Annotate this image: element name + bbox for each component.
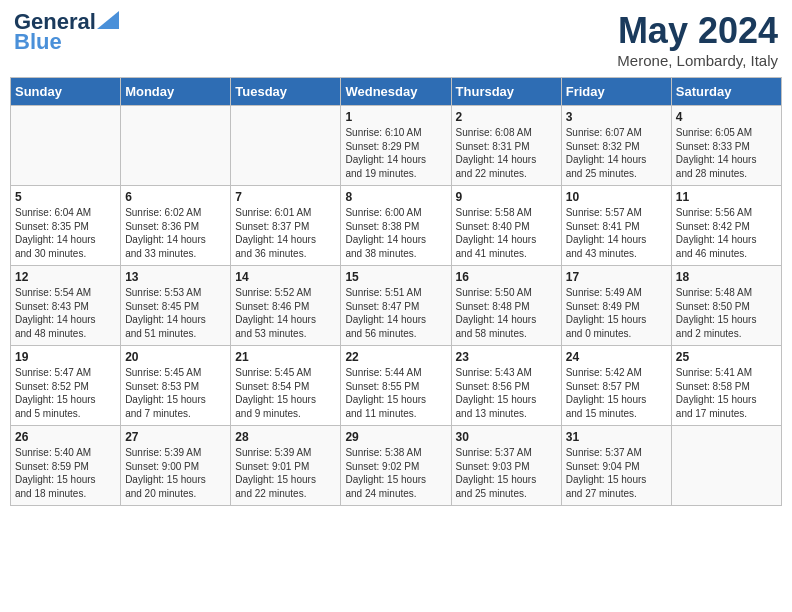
logo: General Blue — [14, 10, 119, 54]
day-number: 3 — [566, 110, 667, 124]
calendar-cell: 7Sunrise: 6:01 AM Sunset: 8:37 PM Daylig… — [231, 186, 341, 266]
day-number: 16 — [456, 270, 557, 284]
day-number: 26 — [15, 430, 116, 444]
day-info: Sunrise: 5:45 AM Sunset: 8:53 PM Dayligh… — [125, 366, 226, 420]
day-number: 19 — [15, 350, 116, 364]
day-info: Sunrise: 5:44 AM Sunset: 8:55 PM Dayligh… — [345, 366, 446, 420]
day-header-thursday: Thursday — [451, 78, 561, 106]
calendar-cell — [231, 106, 341, 186]
location-subtitle: Merone, Lombardy, Italy — [617, 52, 778, 69]
calendar-cell: 27Sunrise: 5:39 AM Sunset: 9:00 PM Dayli… — [121, 426, 231, 506]
day-number: 29 — [345, 430, 446, 444]
calendar-cell: 26Sunrise: 5:40 AM Sunset: 8:59 PM Dayli… — [11, 426, 121, 506]
calendar-cell: 3Sunrise: 6:07 AM Sunset: 8:32 PM Daylig… — [561, 106, 671, 186]
logo-arrow-icon — [97, 11, 119, 29]
day-number: 6 — [125, 190, 226, 204]
calendar-header-row: SundayMondayTuesdayWednesdayThursdayFrid… — [11, 78, 782, 106]
day-info: Sunrise: 6:00 AM Sunset: 8:38 PM Dayligh… — [345, 206, 446, 260]
calendar-cell: 24Sunrise: 5:42 AM Sunset: 8:57 PM Dayli… — [561, 346, 671, 426]
day-info: Sunrise: 5:51 AM Sunset: 8:47 PM Dayligh… — [345, 286, 446, 340]
day-info: Sunrise: 5:41 AM Sunset: 8:58 PM Dayligh… — [676, 366, 777, 420]
day-info: Sunrise: 6:05 AM Sunset: 8:33 PM Dayligh… — [676, 126, 777, 180]
calendar-week-3: 12Sunrise: 5:54 AM Sunset: 8:43 PM Dayli… — [11, 266, 782, 346]
day-info: Sunrise: 6:02 AM Sunset: 8:36 PM Dayligh… — [125, 206, 226, 260]
day-number: 31 — [566, 430, 667, 444]
day-info: Sunrise: 5:57 AM Sunset: 8:41 PM Dayligh… — [566, 206, 667, 260]
day-info: Sunrise: 5:53 AM Sunset: 8:45 PM Dayligh… — [125, 286, 226, 340]
day-info: Sunrise: 5:37 AM Sunset: 9:04 PM Dayligh… — [566, 446, 667, 500]
day-number: 11 — [676, 190, 777, 204]
day-number: 20 — [125, 350, 226, 364]
day-info: Sunrise: 6:08 AM Sunset: 8:31 PM Dayligh… — [456, 126, 557, 180]
day-info: Sunrise: 6:01 AM Sunset: 8:37 PM Dayligh… — [235, 206, 336, 260]
day-header-saturday: Saturday — [671, 78, 781, 106]
day-number: 18 — [676, 270, 777, 284]
calendar-cell: 4Sunrise: 6:05 AM Sunset: 8:33 PM Daylig… — [671, 106, 781, 186]
day-number: 21 — [235, 350, 336, 364]
calendar-table: SundayMondayTuesdayWednesdayThursdayFrid… — [10, 77, 782, 506]
calendar-cell: 21Sunrise: 5:45 AM Sunset: 8:54 PM Dayli… — [231, 346, 341, 426]
calendar-cell: 5Sunrise: 6:04 AM Sunset: 8:35 PM Daylig… — [11, 186, 121, 266]
day-number: 5 — [15, 190, 116, 204]
day-info: Sunrise: 5:50 AM Sunset: 8:48 PM Dayligh… — [456, 286, 557, 340]
day-info: Sunrise: 6:10 AM Sunset: 8:29 PM Dayligh… — [345, 126, 446, 180]
page-header: General Blue May 2024 Merone, Lombardy, … — [10, 10, 782, 69]
calendar-cell — [121, 106, 231, 186]
calendar-cell: 15Sunrise: 5:51 AM Sunset: 8:47 PM Dayli… — [341, 266, 451, 346]
calendar-cell: 25Sunrise: 5:41 AM Sunset: 8:58 PM Dayli… — [671, 346, 781, 426]
calendar-cell: 30Sunrise: 5:37 AM Sunset: 9:03 PM Dayli… — [451, 426, 561, 506]
day-number: 24 — [566, 350, 667, 364]
day-number: 25 — [676, 350, 777, 364]
day-number: 30 — [456, 430, 557, 444]
day-header-wednesday: Wednesday — [341, 78, 451, 106]
calendar-cell: 1Sunrise: 6:10 AM Sunset: 8:29 PM Daylig… — [341, 106, 451, 186]
day-number: 8 — [345, 190, 446, 204]
day-number: 2 — [456, 110, 557, 124]
calendar-week-1: 1Sunrise: 6:10 AM Sunset: 8:29 PM Daylig… — [11, 106, 782, 186]
day-header-friday: Friday — [561, 78, 671, 106]
day-info: Sunrise: 5:49 AM Sunset: 8:49 PM Dayligh… — [566, 286, 667, 340]
day-info: Sunrise: 5:42 AM Sunset: 8:57 PM Dayligh… — [566, 366, 667, 420]
calendar-cell: 10Sunrise: 5:57 AM Sunset: 8:41 PM Dayli… — [561, 186, 671, 266]
day-number: 10 — [566, 190, 667, 204]
day-header-tuesday: Tuesday — [231, 78, 341, 106]
day-number: 15 — [345, 270, 446, 284]
calendar-cell: 20Sunrise: 5:45 AM Sunset: 8:53 PM Dayli… — [121, 346, 231, 426]
calendar-cell: 16Sunrise: 5:50 AM Sunset: 8:48 PM Dayli… — [451, 266, 561, 346]
day-info: Sunrise: 5:40 AM Sunset: 8:59 PM Dayligh… — [15, 446, 116, 500]
day-number: 9 — [456, 190, 557, 204]
day-info: Sunrise: 5:39 AM Sunset: 9:01 PM Dayligh… — [235, 446, 336, 500]
calendar-cell: 13Sunrise: 5:53 AM Sunset: 8:45 PM Dayli… — [121, 266, 231, 346]
calendar-cell: 18Sunrise: 5:48 AM Sunset: 8:50 PM Dayli… — [671, 266, 781, 346]
svg-marker-0 — [97, 11, 119, 29]
day-header-sunday: Sunday — [11, 78, 121, 106]
day-info: Sunrise: 5:39 AM Sunset: 9:00 PM Dayligh… — [125, 446, 226, 500]
calendar-cell: 23Sunrise: 5:43 AM Sunset: 8:56 PM Dayli… — [451, 346, 561, 426]
calendar-cell — [671, 426, 781, 506]
day-number: 4 — [676, 110, 777, 124]
calendar-cell: 31Sunrise: 5:37 AM Sunset: 9:04 PM Dayli… — [561, 426, 671, 506]
day-number: 23 — [456, 350, 557, 364]
calendar-week-5: 26Sunrise: 5:40 AM Sunset: 8:59 PM Dayli… — [11, 426, 782, 506]
day-header-monday: Monday — [121, 78, 231, 106]
day-number: 28 — [235, 430, 336, 444]
day-info: Sunrise: 5:52 AM Sunset: 8:46 PM Dayligh… — [235, 286, 336, 340]
calendar-week-4: 19Sunrise: 5:47 AM Sunset: 8:52 PM Dayli… — [11, 346, 782, 426]
day-info: Sunrise: 5:54 AM Sunset: 8:43 PM Dayligh… — [15, 286, 116, 340]
day-info: Sunrise: 5:43 AM Sunset: 8:56 PM Dayligh… — [456, 366, 557, 420]
day-info: Sunrise: 5:37 AM Sunset: 9:03 PM Dayligh… — [456, 446, 557, 500]
day-info: Sunrise: 6:04 AM Sunset: 8:35 PM Dayligh… — [15, 206, 116, 260]
month-title: May 2024 — [617, 10, 778, 52]
day-number: 17 — [566, 270, 667, 284]
day-info: Sunrise: 5:58 AM Sunset: 8:40 PM Dayligh… — [456, 206, 557, 260]
calendar-cell: 28Sunrise: 5:39 AM Sunset: 9:01 PM Dayli… — [231, 426, 341, 506]
calendar-cell: 12Sunrise: 5:54 AM Sunset: 8:43 PM Dayli… — [11, 266, 121, 346]
day-number: 12 — [15, 270, 116, 284]
calendar-cell: 29Sunrise: 5:38 AM Sunset: 9:02 PM Dayli… — [341, 426, 451, 506]
calendar-cell: 2Sunrise: 6:08 AM Sunset: 8:31 PM Daylig… — [451, 106, 561, 186]
calendar-cell: 17Sunrise: 5:49 AM Sunset: 8:49 PM Dayli… — [561, 266, 671, 346]
day-info: Sunrise: 5:47 AM Sunset: 8:52 PM Dayligh… — [15, 366, 116, 420]
day-number: 27 — [125, 430, 226, 444]
calendar-body: 1Sunrise: 6:10 AM Sunset: 8:29 PM Daylig… — [11, 106, 782, 506]
day-info: Sunrise: 5:48 AM Sunset: 8:50 PM Dayligh… — [676, 286, 777, 340]
